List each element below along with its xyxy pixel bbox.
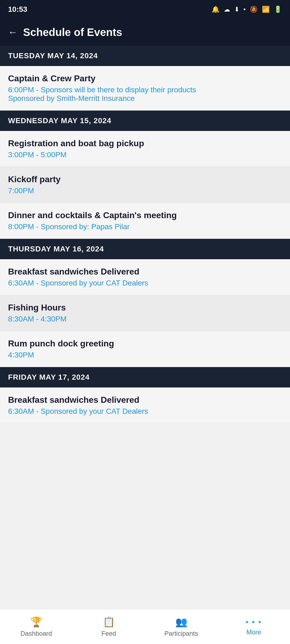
wifi-icon: 📶 xyxy=(262,6,270,13)
event-item[interactable]: Kickoff party 7:00PM xyxy=(0,167,290,203)
date-header-friday: FRIDAY MAY 17, 2024 xyxy=(0,367,290,387)
event-time: 6:30AM - Sponsored by your CAT Dealers xyxy=(8,279,282,287)
back-button[interactable]: ← xyxy=(8,27,18,38)
event-title: Rum punch dock greeting xyxy=(8,339,282,349)
event-title: Breakfast sandwiches Delivered xyxy=(8,395,282,405)
nav-more-label: More xyxy=(247,628,261,636)
content-area: TUESDAY MAY 14, 2024 Captain & Crew Part… xyxy=(0,46,290,609)
page-header: ← Schedule of Events xyxy=(0,19,290,46)
bottom-nav: 🏆 Dashboard 📋 Feed 👥 Participants • • • … xyxy=(0,609,290,644)
event-title: Dinner and cocktails & Captain's meeting xyxy=(8,210,282,220)
participants-icon: 👥 xyxy=(175,616,187,628)
event-item[interactable]: Breakfast sandwiches Delivered 6:30AM - … xyxy=(0,259,290,295)
dot-icon: • xyxy=(244,6,246,13)
event-item[interactable]: Registration and boat bag pickup 3:00PM … xyxy=(0,131,290,167)
nav-participants-label: Participants xyxy=(164,630,198,637)
event-title: Fishing Hours xyxy=(8,303,282,313)
event-item[interactable]: Captain & Crew Party 6:00PM - Sponsors w… xyxy=(0,66,290,111)
dashboard-icon: 🏆 xyxy=(30,616,42,628)
event-title: Registration and boat bag pickup xyxy=(8,138,282,148)
status-icons: 🔔 ☁ ⬇ • 🔕 📶 🔋 xyxy=(212,6,282,13)
date-header-thursday: THURSDAY MAY 16, 2024 xyxy=(0,239,290,259)
event-time: 8:00PM - Sponsored by: Papas Pilar xyxy=(8,222,282,231)
dnd-icon: 🔕 xyxy=(250,6,258,13)
date-header-tuesday: TUESDAY MAY 14, 2024 xyxy=(0,46,290,66)
event-item[interactable]: Fishing Hours 8:30AM - 4:30PM xyxy=(0,295,290,331)
event-item[interactable]: Dinner and cocktails & Captain's meeting… xyxy=(0,203,290,239)
event-time: 8:30AM - 4:30PM xyxy=(8,315,282,323)
status-time: 10:53 xyxy=(8,5,27,14)
date-header-wednesday: WEDNESDAY MAY 15, 2024 xyxy=(0,111,290,131)
nav-feed[interactable]: 📋 Feed xyxy=(73,609,145,644)
nav-more[interactable]: • • • More xyxy=(218,609,290,644)
notification-icon: 🔔 xyxy=(212,6,220,13)
battery-icon: 🔋 xyxy=(274,6,282,13)
event-item[interactable]: Rum punch dock greeting 4:30PM xyxy=(0,331,290,367)
more-icon: • • • xyxy=(246,618,262,626)
event-item[interactable]: Breakfast sandwiches Delivered 6:30AM - … xyxy=(0,387,290,423)
cloud-icon: ☁ xyxy=(224,6,230,13)
nav-feed-label: Feed xyxy=(102,630,116,637)
download-icon: ⬇ xyxy=(234,6,240,13)
event-title: Kickoff party xyxy=(8,174,282,184)
event-time: 3:00PM - 5:00PM xyxy=(8,151,282,159)
event-time: 6:00PM - Sponsors will be there to displ… xyxy=(8,86,282,103)
event-title: Breakfast sandwiches Delivered xyxy=(8,267,282,277)
status-bar: 10:53 🔔 ☁ ⬇ • 🔕 📶 🔋 xyxy=(0,0,290,19)
page-title: Schedule of Events xyxy=(23,26,122,38)
event-time: 7:00PM xyxy=(8,186,282,195)
event-time: 4:30PM xyxy=(8,351,282,359)
nav-participants[interactable]: 👥 Participants xyxy=(145,609,218,644)
nav-dashboard[interactable]: 🏆 Dashboard xyxy=(0,609,73,644)
feed-icon: 📋 xyxy=(103,616,115,628)
event-title: Captain & Crew Party xyxy=(8,74,282,83)
event-time: 6:30AM - Sponsored by your CAT Dealers xyxy=(8,407,282,416)
nav-dashboard-label: Dashboard xyxy=(20,630,52,637)
